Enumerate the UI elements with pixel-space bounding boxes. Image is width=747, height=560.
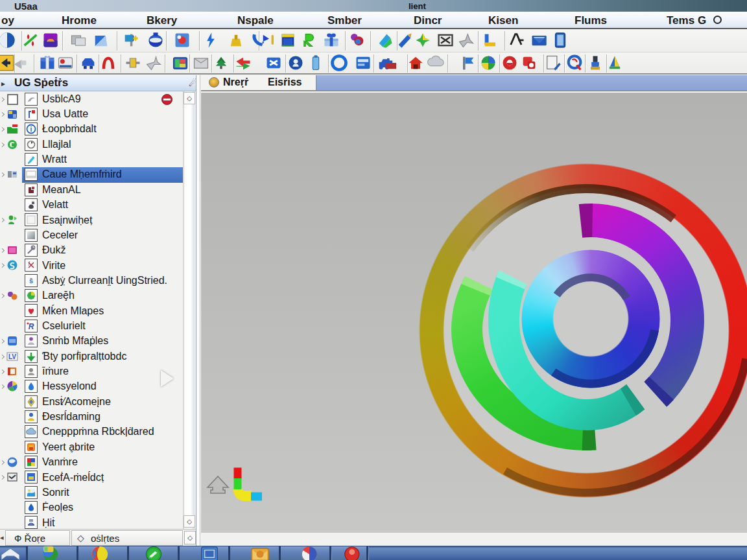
- svg-text:ƒ: ƒ: [28, 261, 30, 266]
- svg-text:ŝ: ŝ: [29, 277, 33, 285]
- svg-text:R: R: [29, 321, 34, 331]
- svg-text:i: i: [30, 126, 32, 133]
- svg-text:LV: LV: [8, 353, 16, 360]
